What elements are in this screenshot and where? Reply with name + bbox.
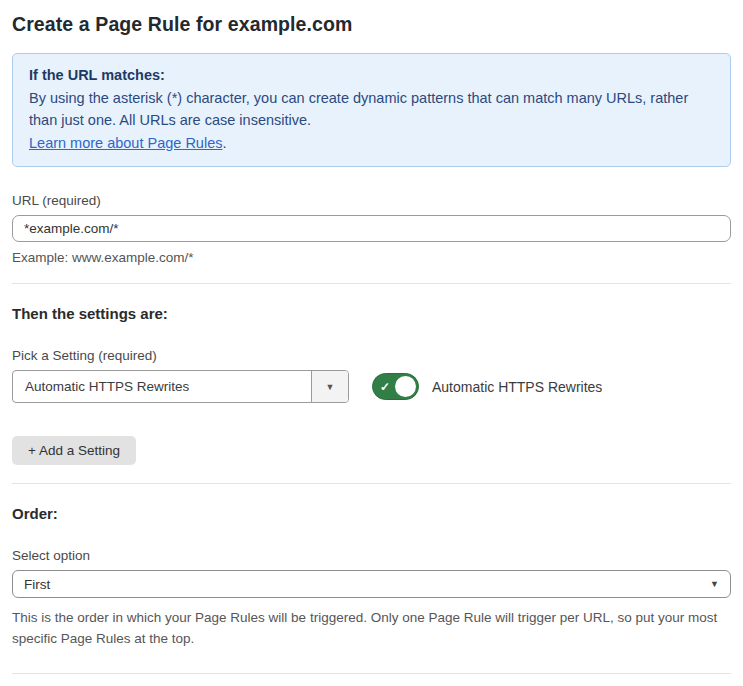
order-section-heading: Order: bbox=[12, 505, 731, 522]
toggle-label: Automatic HTTPS Rewrites bbox=[432, 379, 602, 395]
divider bbox=[12, 283, 731, 284]
url-example-hint: Example: www.example.com/* bbox=[12, 250, 731, 265]
setting-dropdown[interactable]: Automatic HTTPS Rewrites ▼ bbox=[12, 370, 349, 403]
setting-dropdown-value: Automatic HTTPS Rewrites bbox=[13, 371, 311, 402]
pick-setting-label: Pick a Setting (required) bbox=[12, 348, 731, 363]
divider bbox=[12, 673, 731, 674]
chevron-down-icon: ▼ bbox=[326, 382, 335, 392]
create-page-rule-panel: Create a Page Rule for example.com If th… bbox=[0, 0, 743, 686]
link-suffix: . bbox=[222, 135, 226, 151]
chevron-down-icon: ▼ bbox=[710, 579, 719, 589]
add-setting-button[interactable]: + Add a Setting bbox=[12, 436, 136, 465]
divider bbox=[12, 483, 731, 484]
learn-more-link[interactable]: Learn more about Page Rules bbox=[29, 135, 222, 151]
info-box-body: By using the asterisk (*) character, you… bbox=[29, 87, 714, 132]
url-field-label: URL (required) bbox=[12, 193, 731, 208]
order-select-label: Select option bbox=[12, 548, 731, 563]
toggle-knob bbox=[395, 376, 416, 397]
settings-section-heading: Then the settings are: bbox=[12, 305, 731, 322]
order-help-text: This is the order in which your Page Rul… bbox=[12, 607, 731, 649]
order-select-value: First bbox=[24, 577, 710, 592]
check-icon: ✓ bbox=[380, 381, 390, 393]
automatic-https-rewrites-toggle[interactable]: ✓ bbox=[372, 373, 419, 400]
url-matches-info-box: If the URL matches: By using the asteris… bbox=[12, 53, 731, 167]
info-box-link-line: Learn more about Page Rules. bbox=[29, 132, 714, 155]
page-title: Create a Page Rule for example.com bbox=[12, 13, 731, 36]
setting-dropdown-caret-button[interactable]: ▼ bbox=[311, 371, 348, 402]
url-input[interactable] bbox=[12, 215, 731, 242]
setting-row: Automatic HTTPS Rewrites ▼ ✓ Automatic H… bbox=[12, 370, 731, 403]
info-box-heading: If the URL matches: bbox=[29, 64, 714, 87]
order-select[interactable]: First ▼ bbox=[12, 570, 731, 598]
